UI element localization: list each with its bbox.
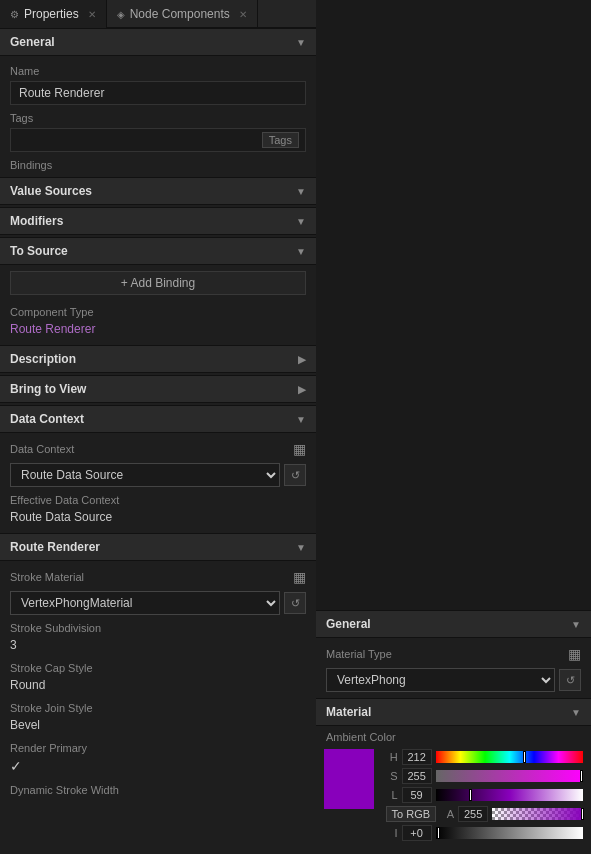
stroke-material-select[interactable]: VertexPhongMaterial bbox=[10, 591, 280, 615]
stroke-material-grid-icon[interactable]: ▦ bbox=[293, 569, 306, 585]
route-data-source-row: Route Data Source ↺ bbox=[10, 463, 306, 487]
i-slider-row: I bbox=[386, 825, 583, 841]
rp-material-label: Material bbox=[326, 705, 371, 719]
l-slider-thumb bbox=[469, 789, 472, 801]
tab-properties-close[interactable]: ✕ bbox=[88, 9, 96, 20]
data-context-section-label: Data Context bbox=[10, 412, 84, 426]
route-renderer-label: Route Renderer bbox=[10, 540, 100, 554]
material-type-row: Material Type ▦ bbox=[316, 642, 591, 666]
modifiers-header[interactable]: Modifiers ▼ bbox=[0, 207, 316, 235]
h-label: H bbox=[386, 751, 398, 763]
effective-data-context-value: Route Data Source bbox=[0, 508, 316, 529]
color-sliders: H S L bbox=[386, 749, 583, 844]
dynamic-stroke-label: Dynamic Stroke Width bbox=[0, 779, 316, 798]
tab-node-components-close[interactable]: ✕ bbox=[239, 9, 247, 20]
stroke-cap-style-label: Stroke Cap Style bbox=[0, 657, 316, 676]
general-chevron-icon: ▼ bbox=[296, 37, 306, 48]
modifiers-chevron: ▼ bbox=[296, 216, 306, 227]
right-panel: General ▼ Material Type ▦ VertexPhong ↺ … bbox=[316, 610, 591, 854]
data-context-field-row: Data Context ▦ bbox=[0, 437, 316, 461]
h-value-input[interactable] bbox=[402, 749, 432, 765]
data-context-grid-icon[interactable]: ▦ bbox=[293, 441, 306, 457]
stroke-material-reset-icon[interactable]: ↺ bbox=[284, 592, 306, 614]
value-sources-chevron: ▼ bbox=[296, 186, 306, 197]
value-sources-label: Value Sources bbox=[10, 184, 92, 198]
data-context-chevron: ▼ bbox=[296, 414, 306, 425]
route-data-source-select[interactable]: Route Data Source bbox=[10, 463, 280, 487]
route-renderer-header[interactable]: Route Renderer ▼ bbox=[0, 533, 316, 561]
stroke-subdivision-label: Stroke Subdivision bbox=[0, 617, 316, 636]
s-value-input[interactable] bbox=[402, 768, 432, 784]
data-context-field-label: Data Context bbox=[10, 443, 74, 455]
value-sources-header[interactable]: Value Sources ▼ bbox=[0, 177, 316, 205]
to-source-label: To Source bbox=[10, 244, 68, 258]
rp-general-chevron: ▼ bbox=[571, 619, 581, 630]
material-type-grid-icon[interactable]: ▦ bbox=[568, 646, 581, 662]
route-renderer-chevron: ▼ bbox=[296, 542, 306, 553]
rp-general-header[interactable]: General ▼ bbox=[316, 610, 591, 638]
general-section-header[interactable]: General ▼ bbox=[0, 28, 316, 56]
color-preview-swatch[interactable] bbox=[324, 749, 374, 809]
to-source-header[interactable]: To Source ▼ bbox=[0, 237, 316, 265]
data-context-reset-icon[interactable]: ↺ bbox=[284, 464, 306, 486]
h-slider-track[interactable] bbox=[436, 751, 583, 763]
s-slider-track[interactable] bbox=[436, 770, 583, 782]
i-value-input[interactable] bbox=[402, 825, 432, 841]
stroke-join-value: Bevel bbox=[0, 716, 316, 737]
a-value-input[interactable] bbox=[458, 806, 488, 822]
a-slider-track[interactable] bbox=[492, 808, 583, 820]
a-slider-row: To RGB A bbox=[386, 806, 583, 822]
tags-row: Tags bbox=[10, 128, 306, 152]
rp-material-header[interactable]: Material ▼ bbox=[316, 698, 591, 726]
material-type-label: Material Type bbox=[326, 648, 392, 660]
tab-node-components-label: Node Components bbox=[130, 7, 230, 21]
description-header[interactable]: Description ▶ bbox=[0, 345, 316, 373]
left-panel: ⚙ Properties ✕ ◈ Node Components ✕ Gener… bbox=[0, 0, 316, 854]
bring-to-view-chevron: ▶ bbox=[298, 384, 306, 395]
tab-node-components[interactable]: ◈ Node Components ✕ bbox=[107, 0, 258, 28]
a-label: A bbox=[442, 808, 454, 820]
tab-properties-label: Properties bbox=[24, 7, 79, 21]
render-primary-label: Render Primary bbox=[0, 737, 316, 756]
h-slider-thumb bbox=[523, 751, 526, 763]
component-type-value: Route Renderer bbox=[0, 320, 316, 341]
properties-icon: ⚙ bbox=[10, 9, 19, 20]
material-type-dropdown-row: VertexPhong ↺ bbox=[326, 668, 581, 692]
name-label: Name bbox=[0, 60, 316, 79]
stroke-material-field-row: Stroke Material ▦ bbox=[0, 565, 316, 589]
name-input[interactable] bbox=[10, 81, 306, 105]
tab-properties[interactable]: ⚙ Properties ✕ bbox=[0, 0, 107, 28]
a-slider-thumb bbox=[581, 808, 584, 820]
material-type-select[interactable]: VertexPhong bbox=[326, 668, 555, 692]
s-label: S bbox=[386, 770, 398, 782]
color-picker: H S L bbox=[316, 745, 591, 848]
l-value-input[interactable] bbox=[402, 787, 432, 803]
tabs-bar: ⚙ Properties ✕ ◈ Node Components ✕ bbox=[0, 0, 316, 28]
description-chevron: ▶ bbox=[298, 354, 306, 365]
general-section-content: Name Tags Tags Bindings bbox=[0, 56, 316, 177]
node-components-icon: ◈ bbox=[117, 9, 125, 20]
rp-general-content: Material Type ▦ VertexPhong ↺ bbox=[316, 638, 591, 698]
add-binding-button[interactable]: + Add Binding bbox=[10, 271, 306, 295]
data-context-content: Data Context ▦ Route Data Source ↺ Effec… bbox=[0, 433, 316, 533]
s-slider-thumb bbox=[580, 770, 583, 782]
s-slider-row: S bbox=[386, 768, 583, 784]
to-rgb-button[interactable]: To RGB bbox=[386, 806, 437, 822]
stroke-material-row: VertexPhongMaterial ↺ bbox=[10, 591, 306, 615]
ambient-color-label: Ambient Color bbox=[316, 726, 591, 745]
render-primary-check: ✓ bbox=[0, 756, 316, 779]
i-slider-track[interactable] bbox=[436, 827, 583, 839]
description-label: Description bbox=[10, 352, 76, 366]
tags-button[interactable]: Tags bbox=[262, 132, 299, 148]
stroke-cap-value: Round bbox=[0, 676, 316, 697]
stroke-join-style-label: Stroke Join Style bbox=[0, 697, 316, 716]
modifiers-label: Modifiers bbox=[10, 214, 63, 228]
data-context-header[interactable]: Data Context ▼ bbox=[0, 405, 316, 433]
l-label: L bbox=[386, 789, 398, 801]
h-slider-row: H bbox=[386, 749, 583, 765]
l-slider-track[interactable] bbox=[436, 789, 583, 801]
bring-to-view-header[interactable]: Bring to View ▶ bbox=[0, 375, 316, 403]
route-renderer-content: Stroke Material ▦ VertexPhongMaterial ↺ … bbox=[0, 561, 316, 802]
effective-data-context-label: Effective Data Context bbox=[0, 489, 316, 508]
material-type-reset-icon[interactable]: ↺ bbox=[559, 669, 581, 691]
